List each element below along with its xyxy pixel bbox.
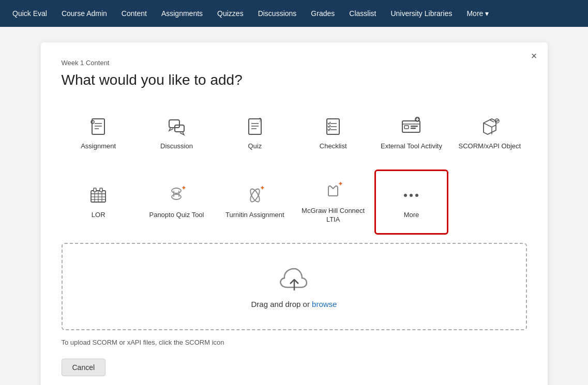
upload-text: Drag and drop or browse	[251, 300, 337, 309]
panopto-label: Panopto Quiz Tool	[149, 211, 204, 220]
close-button[interactable]: ×	[531, 51, 537, 61]
modal-title: What would you like to add?	[62, 72, 527, 88]
grid-row-1: Assignment Discussion	[62, 105, 527, 161]
grid-item-lor[interactable]: LOR	[62, 170, 135, 235]
discussion-icon	[165, 115, 188, 138]
mcgraw-label: McGraw Hill Connect LTIA	[301, 207, 365, 224]
breadcrumb: Week 1 Content	[62, 59, 527, 67]
more-label: More	[404, 211, 419, 220]
page-wrapper: × Week 1 Content What would you like to …	[0, 27, 588, 385]
svg-rect-5	[169, 120, 179, 128]
grid-item-turnitin[interactable]: ✦ Turnitin Assignment	[218, 170, 292, 235]
turnitin-label: Turnitin Assignment	[225, 211, 284, 220]
nav-quick-eval[interactable]: Quick Eval	[5, 0, 54, 27]
nav-grades[interactable]: Grades	[304, 0, 342, 27]
external-tool-icon	[400, 115, 423, 138]
discussion-label: Discussion	[160, 142, 193, 151]
svg-rect-18	[404, 126, 409, 129]
turnitin-icon: ✦	[244, 184, 266, 207]
grid-item-quiz[interactable]: ? Quiz	[218, 105, 292, 161]
grid-item-mcgraw[interactable]: ✦ McGraw Hill Connect LTIA	[296, 170, 370, 235]
grid-item-panopto[interactable]: ✦ Panopto Quiz Tool	[140, 170, 214, 235]
nav-more[interactable]: More ▾	[459, 0, 496, 27]
scorm-icon	[478, 115, 501, 138]
nav-classlist[interactable]: Classlist	[342, 0, 383, 27]
svg-rect-20	[411, 128, 416, 129]
nav-discussions[interactable]: Discussions	[251, 0, 304, 27]
grid-item-discussion[interactable]: Discussion	[140, 105, 214, 161]
external-tool-label: External Tool Activity	[381, 142, 442, 151]
quiz-icon: ?	[244, 115, 266, 138]
empty-cell	[453, 170, 526, 235]
panopto-icon: ✦	[165, 184, 188, 207]
svg-point-37	[172, 188, 181, 193]
grid-row-2: LOR ✦ Panopto Quiz Tool	[62, 170, 527, 235]
svg-rect-19	[411, 126, 418, 127]
upload-area[interactable]: Drag and drop or browse	[62, 243, 527, 330]
lor-label: LOR	[92, 211, 105, 220]
grid-item-assignment[interactable]: Assignment	[62, 105, 135, 161]
svg-rect-33	[100, 188, 102, 192]
modal: × Week 1 Content What would you like to …	[41, 42, 548, 385]
nav-content[interactable]: Content	[114, 0, 154, 27]
browse-link[interactable]: browse	[312, 300, 337, 309]
upload-icon	[279, 265, 310, 294]
grid-item-external-tool[interactable]: External Tool Activity	[374, 105, 448, 161]
svg-rect-32	[94, 188, 96, 192]
nav-assignments[interactable]: Assignments	[154, 0, 210, 27]
svg-point-41	[404, 194, 407, 197]
more-icon	[400, 184, 423, 207]
svg-point-43	[415, 194, 418, 197]
nav-course-admin[interactable]: Course Admin	[54, 0, 114, 27]
assignment-label: Assignment	[81, 142, 116, 151]
checklist-icon	[322, 115, 344, 138]
quiz-label: Quiz	[248, 142, 262, 151]
nav-quizzes[interactable]: Quizzes	[210, 0, 251, 27]
nav-university-libraries[interactable]: University Libraries	[383, 0, 459, 27]
chevron-down-icon: ▾	[485, 9, 489, 18]
checklist-label: Checklist	[320, 142, 347, 151]
svg-text:?: ?	[259, 117, 262, 123]
hint-text: To upload SCORM or xAPI files, click the…	[62, 338, 527, 346]
lor-icon	[87, 184, 110, 207]
main-nav: Quick Eval Course Admin Content Assignme…	[0, 0, 588, 27]
svg-point-34	[172, 194, 181, 199]
cancel-button[interactable]: Cancel	[62, 359, 106, 376]
assignment-icon	[87, 115, 110, 138]
scorm-label: SCORM/xAPI Object	[459, 142, 521, 151]
svg-point-42	[410, 194, 413, 197]
grid-item-scorm[interactable]: SCORM/xAPI Object	[453, 105, 526, 161]
grid-item-more[interactable]: More	[374, 170, 448, 235]
mcgraw-icon: ✦	[322, 180, 344, 203]
grid-item-checklist[interactable]: Checklist	[296, 105, 370, 161]
